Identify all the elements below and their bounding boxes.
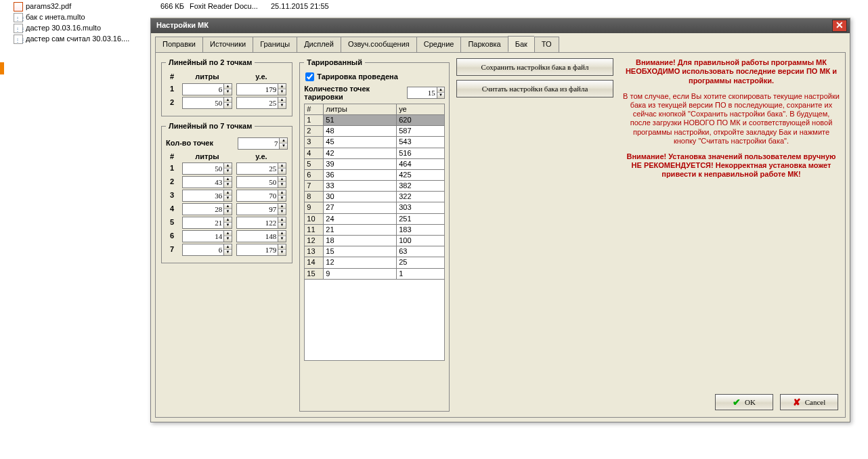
spin-up-icon[interactable]: ▲ [278, 177, 286, 183]
spin-up-icon[interactable]: ▲ [278, 163, 286, 169]
tab-средние[interactable]: Средние [416, 37, 461, 53]
spin-down-icon[interactable]: ▼ [278, 103, 286, 108]
table-row[interactable]: 9 27 303 [305, 202, 445, 213]
spin-up-icon[interactable]: ▲ [224, 97, 232, 104]
spin-down-icon[interactable]: ▼ [278, 250, 286, 255]
units-stepper[interactable]: ▲▼ [236, 244, 286, 256]
lin7-count-input[interactable] [238, 138, 279, 149]
spin-down-icon[interactable]: ▼ [224, 89, 232, 95]
spin-up-icon[interactable]: ▲ [278, 217, 286, 223]
units-stepper[interactable]: ▲▼ [236, 162, 286, 175]
table-row[interactable]: 7 33 382 [305, 181, 445, 192]
spin-up-icon[interactable]: ▲ [224, 177, 232, 183]
units-stepper[interactable]: ▲▼ [236, 217, 286, 229]
tarir-done-checkbox[interactable]: Тарировка проведена [305, 72, 445, 81]
file-row[interactable]: params32.pdf 666 КБ Foxit Reader Docu...… [14, 1, 868, 12]
liters-stepper[interactable]: ▲▼ [182, 97, 232, 109]
spin-up-icon[interactable]: ▲ [278, 204, 286, 210]
units-stepper[interactable]: ▲▼ [236, 203, 286, 215]
spin-up-icon[interactable]: ▲ [278, 97, 286, 104]
table-row[interactable]: 5 39 464 [305, 158, 445, 169]
tab-то[interactable]: ТО [534, 37, 559, 53]
table-row[interactable]: 11 21 183 [305, 224, 445, 235]
tab-поправки[interactable]: Поправки [155, 37, 202, 53]
tab-озвуч.сообщения[interactable]: Озвуч.сообщения [341, 37, 416, 53]
spin-down-icon[interactable]: ▼ [278, 169, 286, 174]
spin-up-icon[interactable]: ▲ [278, 244, 286, 250]
spin-down-icon[interactable]: ▼ [437, 93, 444, 98]
pdf-icon [14, 2, 23, 12]
table-row[interactable]: 8 30 322 [305, 192, 445, 202]
tarir-count-stepper[interactable]: ▲▼ [407, 87, 445, 99]
spin-down-icon[interactable]: ▼ [278, 89, 286, 95]
spin-up-icon[interactable]: ▲ [224, 244, 232, 250]
tab-бак[interactable]: Бак [508, 36, 534, 52]
tarir-done-input[interactable] [305, 72, 314, 81]
spin-down-icon[interactable]: ▼ [224, 209, 232, 215]
tab-источники[interactable]: Источники [202, 37, 253, 53]
spin-up-icon[interactable]: ▲ [278, 84, 286, 90]
spin-up-icon[interactable]: ▲ [278, 190, 286, 196]
liters-stepper[interactable]: ▲▼ [182, 83, 232, 95]
tarir-count-input[interactable] [408, 87, 437, 98]
spin-down-icon[interactable]: ▼ [224, 250, 232, 255]
spin-down-icon[interactable]: ▼ [224, 103, 232, 108]
spin-up-icon[interactable]: ▲ [224, 190, 232, 196]
close-icon[interactable]: ✕ [832, 20, 847, 32]
spin-up-icon[interactable]: ▲ [224, 217, 232, 223]
check-icon: ✔ [733, 397, 741, 408]
spin-down-icon[interactable]: ▼ [224, 169, 232, 174]
table-row[interactable]: 15 9 1 [305, 268, 445, 279]
spin-down-icon[interactable]: ▼ [224, 223, 232, 228]
spin-down-icon[interactable]: ▼ [224, 236, 232, 242]
multo-icon [14, 24, 23, 33]
lin7-count-stepper[interactable]: ▲▼ [238, 137, 288, 150]
spin-down-icon[interactable]: ▼ [224, 196, 232, 201]
spin-down-icon[interactable]: ▼ [278, 182, 286, 188]
spin-up-icon[interactable]: ▲ [224, 163, 232, 169]
table-row[interactable]: 6 36 425 [305, 169, 445, 180]
liters-stepper[interactable]: ▲▼ [182, 190, 232, 202]
liters-stepper[interactable]: ▲▼ [182, 217, 232, 229]
load-tank-button[interactable]: Считать настройки бака из файла [456, 80, 613, 97]
table-row[interactable]: 2 48 587 [305, 126, 445, 137]
spin-down-icon[interactable]: ▼ [224, 182, 232, 188]
dialog-footer: ✔ OK ✘ Cancel [715, 394, 838, 410]
spin-down-icon[interactable]: ▼ [278, 223, 286, 228]
table-row[interactable]: 13 15 63 [305, 246, 445, 257]
liters-stepper[interactable]: ▲▼ [182, 162, 232, 175]
liters-stepper[interactable]: ▲▼ [182, 203, 232, 215]
table-row[interactable]: 12 18 100 [305, 236, 445, 246]
table-row[interactable]: 14 12 25 [305, 257, 445, 268]
units-stepper[interactable]: ▲▼ [236, 190, 286, 202]
warning-text: Внимание! Для правильной работы программ… [623, 58, 840, 185]
ok-button[interactable]: ✔ OK [715, 394, 773, 410]
spin-up-icon[interactable]: ▲ [224, 204, 232, 210]
save-tank-button[interactable]: Сохранить настройки бака в файл [456, 58, 613, 76]
table-row[interactable]: 1 51 620 [305, 114, 445, 125]
tab-дисплей[interactable]: Дисплей [297, 37, 341, 53]
liters-stepper[interactable]: ▲▼ [182, 244, 232, 256]
spin-up-icon[interactable]: ▲ [437, 87, 444, 93]
liters-stepper[interactable]: ▲▼ [182, 230, 232, 242]
spin-down-icon[interactable]: ▼ [278, 209, 286, 215]
tarir-grid[interactable]: #литрыуе 1 51 620 2 48 587 3 45 543 4 42… [304, 104, 445, 361]
units-stepper[interactable]: ▲▼ [236, 230, 286, 242]
spin-up-icon[interactable]: ▲ [224, 231, 232, 237]
spin-up-icon[interactable]: ▲ [278, 231, 286, 237]
spin-down-icon[interactable]: ▼ [278, 236, 286, 242]
units-stepper[interactable]: ▲▼ [236, 83, 286, 95]
spin-up-icon[interactable]: ▲ [280, 138, 287, 144]
tab-парковка[interactable]: Парковка [460, 37, 507, 53]
spin-up-icon[interactable]: ▲ [224, 84, 232, 90]
cancel-button[interactable]: ✘ Cancel [780, 394, 838, 410]
table-row[interactable]: 4 42 516 [305, 148, 445, 158]
table-row[interactable]: 3 45 543 [305, 137, 445, 148]
spin-down-icon[interactable]: ▼ [278, 196, 286, 201]
spin-down-icon[interactable]: ▼ [280, 144, 287, 149]
units-stepper[interactable]: ▲▼ [236, 176, 286, 188]
units-stepper[interactable]: ▲▼ [236, 97, 286, 109]
tab-границы[interactable]: Границы [253, 37, 297, 53]
table-row[interactable]: 10 24 251 [305, 213, 445, 224]
liters-stepper[interactable]: ▲▼ [182, 176, 232, 188]
